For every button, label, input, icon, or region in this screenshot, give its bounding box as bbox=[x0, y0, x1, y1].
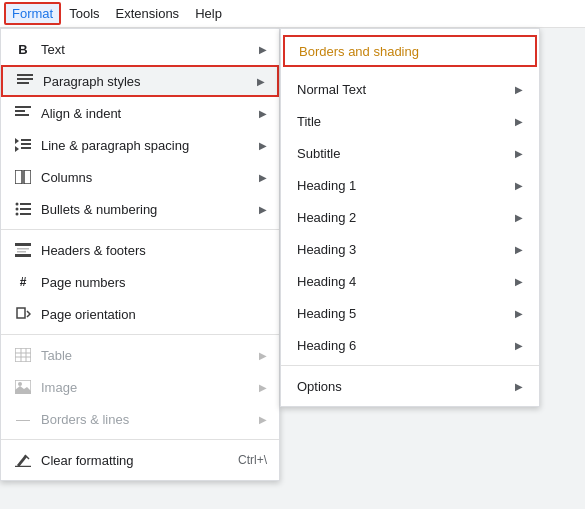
menu-bar-format[interactable]: Format bbox=[4, 2, 61, 25]
svg-rect-24 bbox=[15, 348, 31, 362]
page-numbers-label: Page numbers bbox=[41, 275, 267, 290]
normal-text-label: Normal Text bbox=[297, 82, 515, 97]
svg-rect-22 bbox=[17, 251, 26, 253]
bullets-icon bbox=[13, 202, 33, 216]
borders-lines-arrow: ▶ bbox=[259, 414, 267, 425]
format-menu-text[interactable]: B Text ▶ bbox=[1, 33, 279, 65]
submenu-subtitle[interactable]: Subtitle ▶ bbox=[281, 137, 539, 169]
text-arrow: ▶ bbox=[259, 44, 267, 55]
svg-point-17 bbox=[16, 213, 19, 216]
normal-text-arrow: ▶ bbox=[515, 84, 523, 95]
heading2-label: Heading 2 bbox=[297, 210, 515, 225]
submenu-options[interactable]: Options ▶ bbox=[281, 370, 539, 402]
format-menu-headers[interactable]: Headers & footers bbox=[1, 234, 279, 266]
svg-rect-3 bbox=[15, 106, 31, 108]
spacing-icon bbox=[13, 138, 33, 152]
borders-shading-label: Borders and shading bbox=[299, 44, 521, 59]
title-label: Title bbox=[297, 114, 515, 129]
submenu-heading4[interactable]: Heading 4 ▶ bbox=[281, 265, 539, 297]
format-menu-align[interactable]: Align & indent ▶ bbox=[1, 97, 279, 129]
svg-marker-7 bbox=[15, 146, 19, 152]
svg-rect-8 bbox=[21, 139, 31, 141]
format-menu-page-numbers[interactable]: # Page numbers bbox=[1, 266, 279, 298]
svg-rect-23 bbox=[17, 308, 25, 318]
svg-rect-2 bbox=[17, 82, 29, 84]
columns-arrow: ▶ bbox=[259, 172, 267, 183]
svg-rect-16 bbox=[20, 208, 31, 210]
heading6-label: Heading 6 bbox=[297, 338, 515, 353]
bullets-arrow: ▶ bbox=[259, 204, 267, 215]
align-arrow: ▶ bbox=[259, 108, 267, 119]
image-label: Image bbox=[41, 380, 259, 395]
format-menu-columns[interactable]: Columns ▶ bbox=[1, 161, 279, 193]
svg-rect-20 bbox=[15, 254, 31, 257]
heading4-arrow: ▶ bbox=[515, 276, 523, 287]
svg-rect-9 bbox=[21, 143, 31, 145]
orientation-icon bbox=[13, 307, 33, 321]
submenu-heading2[interactable]: Heading 2 ▶ bbox=[281, 201, 539, 233]
spacing-arrow: ▶ bbox=[259, 140, 267, 151]
borders-shading-item[interactable]: Borders and shading bbox=[283, 35, 537, 67]
heading1-label: Heading 1 bbox=[297, 178, 515, 193]
menu-bar-extensions[interactable]: Extensions bbox=[108, 2, 188, 25]
clear-shortcut: Ctrl+\ bbox=[238, 453, 267, 467]
format-menu-bullets[interactable]: Bullets & numbering ▶ bbox=[1, 193, 279, 225]
svg-rect-12 bbox=[24, 170, 31, 184]
paragraph-styles-label: Paragraph styles bbox=[43, 74, 257, 89]
table-icon bbox=[13, 348, 33, 362]
heading1-arrow: ▶ bbox=[515, 180, 523, 191]
submenu-title[interactable]: Title ▶ bbox=[281, 105, 539, 137]
format-menu-paragraph-styles[interactable]: Paragraph styles ▶ bbox=[1, 65, 279, 97]
paragraph-styles-icon bbox=[15, 74, 35, 88]
bullets-label: Bullets & numbering bbox=[41, 202, 259, 217]
submenu-normal-text[interactable]: Normal Text ▶ bbox=[281, 73, 539, 105]
image-arrow: ▶ bbox=[259, 382, 267, 393]
align-icon bbox=[13, 106, 33, 120]
page-numbers-icon: # bbox=[13, 275, 33, 289]
columns-icon bbox=[13, 170, 33, 184]
borders-lines-icon: — bbox=[13, 411, 33, 427]
svg-rect-0 bbox=[17, 74, 33, 76]
menu-bar-tools[interactable]: Tools bbox=[61, 2, 107, 25]
dropdown-container: B Text ▶ Paragraph styles ▶ Align & inde… bbox=[0, 28, 280, 481]
svg-marker-6 bbox=[15, 138, 19, 144]
paragraph-styles-arrow: ▶ bbox=[257, 76, 265, 87]
align-label: Align & indent bbox=[41, 106, 259, 121]
options-label: Options bbox=[297, 379, 515, 394]
subtitle-arrow: ▶ bbox=[515, 148, 523, 159]
svg-rect-1 bbox=[17, 78, 33, 80]
menu-bar: Format Tools Extensions Help bbox=[0, 0, 585, 28]
svg-point-30 bbox=[18, 382, 22, 386]
svg-rect-14 bbox=[20, 203, 31, 205]
svg-rect-10 bbox=[21, 147, 31, 149]
title-arrow: ▶ bbox=[515, 116, 523, 127]
format-menu: B Text ▶ Paragraph styles ▶ Align & inde… bbox=[0, 28, 280, 481]
submenu-heading3[interactable]: Heading 3 ▶ bbox=[281, 233, 539, 265]
format-menu-clear[interactable]: Clear formatting Ctrl+\ bbox=[1, 444, 279, 476]
heading2-arrow: ▶ bbox=[515, 212, 523, 223]
submenu-heading6[interactable]: Heading 6 ▶ bbox=[281, 329, 539, 361]
heading3-arrow: ▶ bbox=[515, 244, 523, 255]
divider-1 bbox=[1, 229, 279, 230]
text-label: Text bbox=[41, 42, 259, 57]
format-menu-spacing[interactable]: Line & paragraph spacing ▶ bbox=[1, 129, 279, 161]
format-menu-table[interactable]: Table ▶ bbox=[1, 339, 279, 371]
svg-point-15 bbox=[16, 208, 19, 211]
submenu-heading1[interactable]: Heading 1 ▶ bbox=[281, 169, 539, 201]
options-arrow: ▶ bbox=[515, 381, 523, 392]
subtitle-label: Subtitle bbox=[297, 146, 515, 161]
svg-rect-21 bbox=[17, 248, 29, 250]
submenu-divider bbox=[281, 365, 539, 366]
format-menu-image[interactable]: Image ▶ bbox=[1, 371, 279, 403]
format-menu-orientation[interactable]: Page orientation bbox=[1, 298, 279, 330]
table-label: Table bbox=[41, 348, 259, 363]
submenu-heading5[interactable]: Heading 5 ▶ bbox=[281, 297, 539, 329]
table-arrow: ▶ bbox=[259, 350, 267, 361]
heading5-arrow: ▶ bbox=[515, 308, 523, 319]
svg-rect-11 bbox=[15, 170, 22, 184]
svg-rect-18 bbox=[20, 213, 31, 215]
format-menu-borders-lines[interactable]: — Borders & lines ▶ bbox=[1, 403, 279, 435]
menu-bar-help[interactable]: Help bbox=[187, 2, 230, 25]
divider-2 bbox=[1, 334, 279, 335]
divider-3 bbox=[1, 439, 279, 440]
